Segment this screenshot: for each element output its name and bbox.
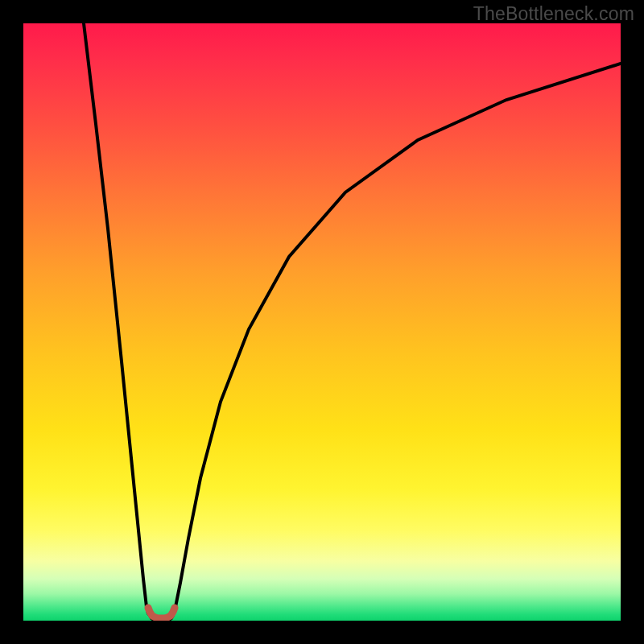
curve-left-branch	[84, 23, 150, 615]
plot-frame	[23, 23, 621, 621]
curve-right-branch	[173, 64, 621, 615]
curve-layer	[23, 23, 621, 621]
dip-marker	[148, 608, 175, 618]
watermark-text: TheBottleneck.com	[473, 3, 634, 25]
